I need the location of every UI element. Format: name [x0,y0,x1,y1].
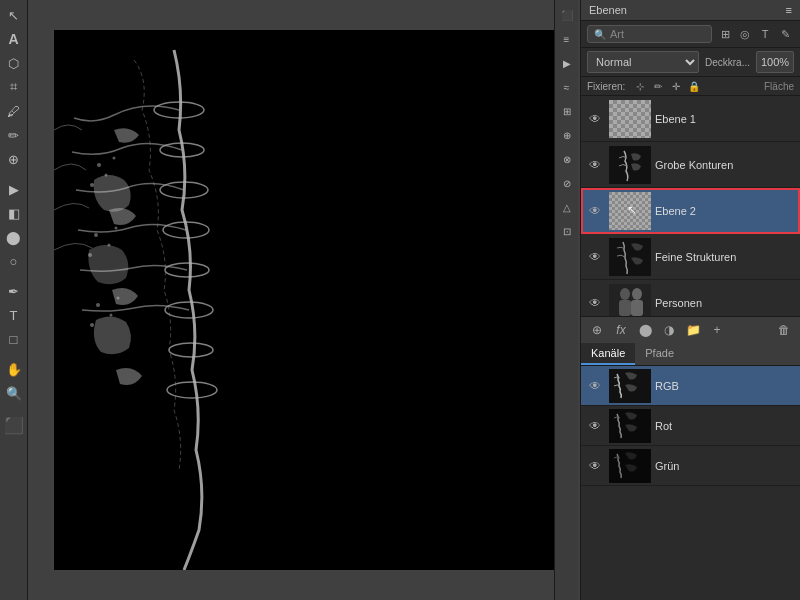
layer-link-btn[interactable]: ⊕ [587,320,607,340]
channel-name-rot: Rot [655,420,672,432]
side-btn-3[interactable]: ▶ [558,54,576,72]
layer-thumb-ebene1 [609,100,651,138]
svg-point-13 [94,233,98,237]
side-btn-10[interactable]: ⊡ [558,222,576,240]
channel-name-gruen: Grün [655,460,679,472]
channel-item-gruen[interactable]: 👁 Grün [581,446,800,486]
layer-visibility-ebene1[interactable]: 👁 [585,109,605,129]
lock-all[interactable]: 🔒 [687,79,701,93]
lock-position[interactable]: ✛ [669,79,683,93]
layer-thumb-personen [609,284,651,317]
svg-point-9 [97,163,101,167]
tool-blur[interactable]: ⬤ [3,226,25,248]
panel-icon-3[interactable]: T [756,25,774,43]
panel-icon-1[interactable]: ⊞ [716,25,734,43]
tool-gradient[interactable]: ◧ [3,202,25,224]
layer-thumb-feine-strukturen [609,238,651,276]
tool-eyedropper[interactable]: 🖊 [3,100,25,122]
channel-visibility-gruen[interactable]: 👁 [585,456,605,476]
blend-mode-select[interactable]: Normal [587,51,699,73]
side-btn-5[interactable]: ⊞ [558,102,576,120]
svg-point-15 [88,253,92,257]
layer-visibility-grobe-konturen[interactable]: 👁 [585,155,605,175]
side-btn-2[interactable]: ≡ [558,30,576,48]
side-btn-9[interactable]: △ [558,198,576,216]
layer-folder-btn[interactable]: 📁 [683,320,703,340]
tool-text-tool[interactable]: T [3,304,25,326]
layer-name-grobe-konturen: Grobe Konturen [655,159,796,171]
svg-point-17 [96,303,100,307]
lock-image[interactable]: ✏ [651,79,665,93]
panel-icon-2[interactable]: ◎ [736,25,754,43]
tool-type[interactable]: A [3,28,25,50]
layer-item-ebene2[interactable]: 👁 ↖ Ebene 2 [581,188,800,234]
panel-icons-row: ⊞ ◎ T ✎ [716,25,794,43]
side-btn-8[interactable]: ⊘ [558,174,576,192]
channel-thumb-gruen [609,449,651,483]
channels-list: 👁 RGB 👁 [581,366,800,486]
canvas-image [54,30,554,570]
layer-name-ebene2: Ebene 2 [655,205,796,217]
search-icon: 🔍 [594,29,606,40]
layer-mask-btn[interactable]: ⬤ [635,320,655,340]
layer-delete-btn[interactable]: 🗑 [774,320,794,340]
canvas-svg [54,30,554,570]
tool-pen[interactable]: ✒ [3,280,25,302]
tool-zoom[interactable]: 🔍 [3,382,25,404]
channel-item-rgb[interactable]: 👁 RGB [581,366,800,406]
layers-list: 👁 Ebene 1 👁 Grobe Kontu [581,96,800,316]
tool-fg-bg[interactable]: ⬛ [3,414,25,436]
svg-point-10 [105,174,108,177]
side-mini-toolbar: ⬛ ≡ ▶ ≈ ⊞ ⊕ ⊗ ⊘ △ ⊡ [554,0,578,600]
layer-visibility-ebene2[interactable]: 👁 [585,201,605,221]
side-btn-4[interactable]: ≈ [558,78,576,96]
panel-menu-icon[interactable]: ≡ [786,4,792,16]
tool-shape[interactable]: □ [3,328,25,350]
panel-title: Ebenen [589,4,627,16]
layer-item-personen[interactable]: 👁 Personen [581,280,800,316]
svg-rect-22 [609,146,651,184]
layer-adjustment-btn[interactable]: ◑ [659,320,679,340]
svg-point-20 [117,297,120,300]
fill-label: Fläche [764,81,794,92]
tool-clone[interactable]: ⊕ [3,148,25,170]
svg-rect-31 [619,300,631,316]
layer-name-feine-strukturen: Feine Strukturen [655,251,796,263]
lock-label: Fixieren: [587,81,625,92]
layer-fx-btn[interactable]: fx [611,320,631,340]
tool-move[interactable]: ↖ [3,4,25,26]
layer-visibility-feine-strukturen[interactable]: 👁 [585,247,605,267]
tool-brush[interactable]: ✏ [3,124,25,146]
tool-lasso[interactable]: ⬡ [3,52,25,74]
svg-point-12 [113,157,116,160]
side-btn-1[interactable]: ⬛ [558,6,576,24]
opacity-input[interactable] [756,51,794,73]
layer-new-btn[interactable]: + [707,320,727,340]
side-btn-7[interactable]: ⊗ [558,150,576,168]
left-toolbar: ↖ A ⬡ ⌗ 🖊 ✏ ⊕ ▶ ◧ ⬤ ○ ✒ T □ ✋ 🔍 ⬛ [0,0,28,600]
svg-point-14 [108,244,111,247]
tool-hand[interactable]: ✋ [3,358,25,380]
svg-point-19 [90,323,94,327]
tool-crop[interactable]: ⌗ [3,76,25,98]
channel-tabs: Kanäle Pfade [581,343,800,366]
layer-thumb-ebene2: ↖ [609,192,651,230]
tool-dodge[interactable]: ○ [3,250,25,272]
panel-icon-4[interactable]: ✎ [776,25,794,43]
side-btn-6[interactable]: ⊕ [558,126,576,144]
tool-eraser[interactable]: ▶ [3,178,25,200]
search-box[interactable]: 🔍 Art [587,25,712,43]
opacity-label: Deckkra... [705,57,750,68]
svg-rect-21 [609,100,651,138]
layer-item-grobe-konturen[interactable]: 👁 Grobe Konturen [581,142,800,188]
layer-item-ebene1[interactable]: 👁 Ebene 1 [581,96,800,142]
layer-item-feine-strukturen[interactable]: 👁 Feine Strukturen [581,234,800,280]
channel-visibility-rgb[interactable]: 👁 [585,376,605,396]
channel-item-rot[interactable]: 👁 Rot [581,406,800,446]
lock-transparency[interactable]: ⊹ [633,79,647,93]
tab-kanaele[interactable]: Kanäle [581,343,635,365]
layer-visibility-personen[interactable]: 👁 [585,293,605,313]
tab-pfade[interactable]: Pfade [635,343,684,365]
channel-visibility-rot[interactable]: 👁 [585,416,605,436]
svg-rect-33 [631,300,643,316]
